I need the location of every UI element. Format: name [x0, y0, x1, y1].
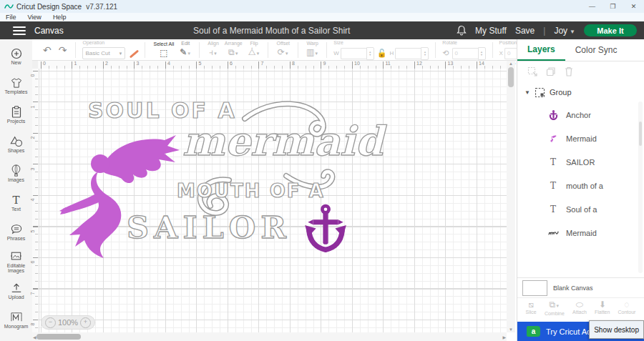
zoom-out-button[interactable]: −	[45, 317, 56, 328]
layer-row-mermaid-image[interactable]: Mermaid	[517, 127, 644, 150]
contour-button[interactable]: ◌ Contour	[618, 300, 636, 315]
operation-dropdown[interactable]: Basic Cut▼	[82, 47, 125, 59]
zoom-in-button[interactable]: +	[80, 317, 91, 328]
align-icon: ⫞▼	[209, 48, 218, 59]
cricut-access-banner[interactable]: a Try Cricut Access for fr Show desktop	[517, 322, 644, 341]
mermaid-graphic[interactable]	[59, 130, 182, 260]
scroll-left-icon[interactable]: ◀	[33, 335, 36, 340]
blank-canvas-swatch[interactable]	[522, 280, 547, 296]
combine-button[interactable]: ⧉▼ Combine	[545, 300, 565, 317]
app-header: Canvas Soul of a Mermaid Mouth of a Sail…	[0, 21, 644, 39]
horizontal-scrollbar-thumb[interactable]	[36, 334, 81, 340]
cricut-access-icon: a	[527, 326, 540, 337]
horizontal-scrollbar[interactable]: ◀ ▶	[32, 332, 507, 341]
unlock-icon[interactable]: 🔓	[377, 49, 387, 58]
align-button[interactable]: Align ⫞▼	[208, 41, 219, 59]
blank-canvas-row[interactable]: Blank Canvas	[517, 277, 644, 297]
attach-button[interactable]: ⬭ Attach	[572, 300, 587, 315]
ruler-number: 8	[292, 61, 295, 66]
balloon-icon	[11, 164, 21, 177]
ruler-number: 10	[354, 61, 360, 66]
ruler-corner	[32, 61, 38, 69]
edit-button[interactable]: Edit ✎▼	[180, 41, 191, 59]
make-it-button[interactable]: Make It	[584, 24, 637, 36]
width-input[interactable]	[341, 48, 366, 59]
restore-button[interactable]: ❐	[602, 0, 623, 13]
sidebar-item-monogram[interactable]: Monogram	[0, 305, 32, 335]
flatten-button[interactable]: ⬇ Flatten	[595, 300, 610, 315]
zoom-control: − 100% +	[41, 315, 95, 330]
tab-color-sync[interactable]: Color Sync	[565, 39, 628, 61]
menu-file[interactable]: File	[0, 14, 22, 21]
contour-icon: ◌	[624, 300, 629, 310]
layer-group-row[interactable]: ▼ Group	[517, 81, 644, 103]
trash-icon[interactable]	[565, 66, 573, 76]
rotate-input[interactable]: 0	[452, 48, 478, 59]
sidebar-item-templates[interactable]: Templates	[0, 71, 32, 100]
vertical-scrollbar-thumb[interactable]	[508, 67, 514, 87]
scroll-up-icon[interactable]: ▲	[509, 61, 513, 66]
scroll-right-icon[interactable]: ▶	[502, 335, 506, 340]
hamburger-menu-icon[interactable]	[13, 26, 26, 35]
undo-button[interactable]: ↶	[43, 44, 52, 56]
speech-bubble-icon	[11, 223, 22, 235]
ruler-number: 5	[30, 229, 35, 232]
layer-row-soul-of-a[interactable]: T Soul of a	[517, 197, 644, 221]
tab-layers[interactable]: Layers	[517, 39, 565, 61]
chevron-down-icon[interactable]: ▼	[525, 89, 530, 96]
sidebar-item-new[interactable]: New	[0, 41, 32, 71]
rotate-stepper[interactable]: ▲▼	[478, 47, 486, 60]
plus-circle-icon	[11, 47, 22, 59]
select-all-button[interactable]: Select All ⬚	[153, 41, 174, 58]
sidebar-item-projects[interactable]: Projects	[0, 100, 32, 129]
warp-button[interactable]: Warp ▥▼	[306, 41, 318, 59]
bell-icon[interactable]	[457, 25, 467, 36]
vertical-scrollbar[interactable]: ▲ ▼	[507, 61, 515, 332]
cricut-design-space-window: Cricut Design Space v7.37.121 — ❐ ✕ File…	[0, 0, 644, 341]
rotate-group: Rotate ⟲ 0 ▲▼	[442, 40, 485, 60]
close-button[interactable]: ✕	[623, 0, 644, 13]
sidebar-item-upload[interactable]: Upload	[0, 276, 32, 305]
minimize-button[interactable]: —	[582, 0, 602, 13]
ungroup-icon[interactable]	[527, 66, 537, 76]
slice-button[interactable]: ⧅ Slice	[526, 300, 537, 315]
scroll-down-icon[interactable]: ▼	[509, 327, 513, 332]
text-icon: T	[12, 194, 19, 206]
height-stepper[interactable]: ▲▼	[421, 47, 429, 60]
layer-row-mermaid-text[interactable]: Mermaid	[517, 221, 644, 244]
slice-icon: ⧅	[528, 300, 534, 310]
canvas-text-mouth-of-a[interactable]: MOUTH OF A	[177, 180, 325, 202]
sidebar-item-shapes[interactable]: Shapes	[0, 129, 32, 159]
ruler-number: 1	[30, 105, 35, 108]
my-stuff-link[interactable]: My Stuff	[475, 26, 507, 36]
redo-button[interactable]: ↷	[59, 44, 67, 56]
machine-selector[interactable]: Joy▼	[554, 26, 575, 36]
layer-row-anchor[interactable]: Anchor	[517, 103, 644, 127]
ruler-number: 14	[479, 61, 484, 66]
arrange-button[interactable]: Arrange ⧉▼	[225, 41, 243, 59]
sidebar-item-phrases[interactable]: Phrases	[0, 217, 32, 247]
duplicate-icon[interactable]	[546, 66, 556, 76]
pen-color-swatch[interactable]	[128, 49, 138, 59]
operation-label: Operation	[82, 40, 138, 46]
left-sidebar: New Templates Projects Shapes Images T T…	[0, 39, 32, 341]
layer-row-sailor[interactable]: T SAILOR	[517, 150, 644, 174]
sidebar-item-images[interactable]: Images	[0, 159, 32, 188]
upload-icon	[11, 282, 22, 294]
combine-icon: ⧉▼	[550, 300, 560, 311]
save-link[interactable]: Save	[515, 26, 535, 36]
layer-row-mouth-of-a[interactable]: T mouth of a	[517, 174, 644, 197]
offset-button[interactable]: Offset ⟳▼	[276, 41, 290, 59]
panel-scrollbar[interactable]	[638, 102, 643, 273]
canvas-text-mermaid-script[interactable]: mermaid	[182, 117, 383, 164]
ruler-number: 4	[30, 199, 35, 202]
sidebar-item-editable-images[interactable]: Editable Images	[0, 247, 32, 276]
sidebar-item-text[interactable]: T Text	[0, 188, 32, 217]
menu-help[interactable]: Help	[47, 14, 72, 21]
menu-view[interactable]: View	[22, 14, 47, 21]
flip-button[interactable]: Flip ⧊▼	[248, 41, 260, 59]
canvas-nav-label[interactable]: Canvas	[34, 26, 64, 36]
anchor-graphic[interactable]	[303, 204, 348, 252]
width-stepper[interactable]: ▲▼	[366, 47, 374, 60]
height-input[interactable]	[395, 48, 421, 59]
